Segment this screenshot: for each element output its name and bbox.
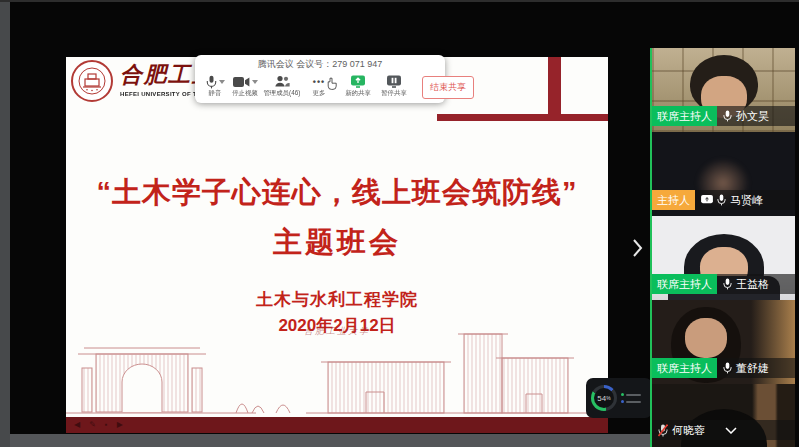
slide-bottom-band: ◀ ✎ ▪ ▶ xyxy=(66,417,608,433)
stats-value: 54 xyxy=(597,394,606,403)
participant-tile[interactable]: 联席主持人 孙文昊 xyxy=(652,48,795,132)
participant-name-bar: 联席主持人 董舒婕 xyxy=(652,358,795,378)
pause-share-label: 暂停共享 xyxy=(381,89,407,96)
role-badge: 联席主持人 xyxy=(652,106,717,126)
slide-title-line2: 主题班会 xyxy=(66,223,608,263)
participant-name-bar: 何晓蓉 xyxy=(652,420,795,440)
slide-accent-bar-vertical xyxy=(548,57,561,121)
participant-name: 王益格 xyxy=(736,277,769,292)
camera-icon xyxy=(233,76,250,88)
desktop-frame-top xyxy=(0,0,799,2)
pause-share-button[interactable]: 暂停共享 xyxy=(376,74,412,100)
role-badge: 联席主持人 xyxy=(652,274,717,294)
members-icon xyxy=(274,75,290,88)
mic-dropdown-caret-icon[interactable] xyxy=(219,80,225,84)
microphone-icon xyxy=(206,75,217,89)
slideshow-menu-icon[interactable]: ▪ xyxy=(105,421,108,429)
pause-share-icon xyxy=(386,75,402,89)
toolbar-buttons-row: 静音 停止视频 管理成员(46) ••• 更多 xyxy=(195,71,445,103)
participant-tile[interactable]: 主持人 马贤峰 xyxy=(652,132,795,216)
meeting-id-title: 腾讯会议 会议号：279 071 947 xyxy=(195,58,445,71)
university-emblem-icon xyxy=(71,60,113,102)
stats-ring: 54% xyxy=(591,385,617,411)
participant-video-strip: 联席主持人 孙文昊 主持人 马贤峰 xyxy=(650,48,795,447)
desktop-frame-bottom xyxy=(0,434,650,447)
mute-label: 静音 xyxy=(209,89,222,96)
meeting-toolbar: 腾讯会议 会议号：279 071 947 静音 停止视频 xyxy=(195,55,445,103)
manage-members-button[interactable]: 管理成员(46) xyxy=(260,74,304,100)
participant-name: 董舒婕 xyxy=(736,361,769,376)
stop-video-button[interactable]: 停止视频 xyxy=(230,74,260,100)
expand-panel-chevron-icon[interactable] xyxy=(632,238,643,262)
slideshow-pen-icon[interactable]: ✎ xyxy=(89,421,96,429)
more-button[interactable]: ••• 更多 xyxy=(304,74,334,100)
participant-name-bar: 联席主持人 孙文昊 xyxy=(652,106,795,126)
screen: 合肥工业大学 HEFEI UNIVERSITY OF TECHNOLOGY “土… xyxy=(0,0,799,447)
new-share-icon xyxy=(350,75,366,89)
participant-tile[interactable]: 何晓蓉 xyxy=(652,384,795,447)
person-silhouette xyxy=(685,318,727,358)
participant-name-bar: 联席主持人 王益格 xyxy=(652,274,795,294)
camera-dropdown-caret-icon[interactable] xyxy=(252,80,258,84)
more-dots-icon: ••• xyxy=(313,77,325,87)
mic-on-icon xyxy=(723,362,732,374)
network-stat-line xyxy=(621,400,641,403)
more-label: 更多 xyxy=(313,89,326,96)
mic-on-icon xyxy=(717,194,726,206)
role-badge: 联席主持人 xyxy=(652,358,717,378)
slide-department: 土木与水利工程学院 xyxy=(66,288,608,311)
stats-unit: % xyxy=(606,395,610,401)
manage-members-label: 管理成员(46) xyxy=(264,89,301,96)
participant-name: 马贤峰 xyxy=(730,193,763,208)
mute-button[interactable]: 静音 xyxy=(200,74,230,100)
hand-cursor-icon xyxy=(327,77,337,90)
mic-on-icon xyxy=(723,110,732,122)
participant-tile[interactable]: 联席主持人 王益格 xyxy=(652,216,795,300)
desktop-frame-left xyxy=(0,0,10,447)
role-badge: 主持人 xyxy=(652,190,695,210)
network-stat-line xyxy=(621,393,641,396)
stats-widget: 54% xyxy=(586,378,652,418)
end-share-button[interactable]: 结束共享 xyxy=(422,76,474,99)
slide-accent-bar-horizontal xyxy=(437,114,608,121)
campus-sketch-art xyxy=(66,332,608,418)
collapse-strip-chevron-icon[interactable] xyxy=(725,427,737,434)
stop-video-label: 停止视频 xyxy=(232,89,258,96)
shared-slide: 合肥工业大学 HEFEI UNIVERSITY OF TECHNOLOGY “土… xyxy=(66,57,608,433)
slideshow-prev-icon[interactable]: ◀ xyxy=(74,421,80,429)
slide-title-line1: “土木学子心连心，线上班会筑防线” xyxy=(66,173,608,213)
new-share-label: 新的共享 xyxy=(345,89,371,96)
slideshow-next-icon[interactable]: ▶ xyxy=(117,421,123,429)
screen-sharing-icon xyxy=(701,195,713,205)
new-share-button[interactable]: 新的共享 xyxy=(340,74,376,100)
mic-on-icon xyxy=(723,278,732,290)
participant-name: 何晓蓉 xyxy=(672,423,705,438)
mic-muted-icon xyxy=(658,424,668,437)
participant-name-bar: 主持人 马贤峰 xyxy=(652,190,795,210)
participant-name: 孙文昊 xyxy=(736,109,769,124)
participant-tile[interactable]: 联席主持人 董舒婕 xyxy=(652,300,795,384)
